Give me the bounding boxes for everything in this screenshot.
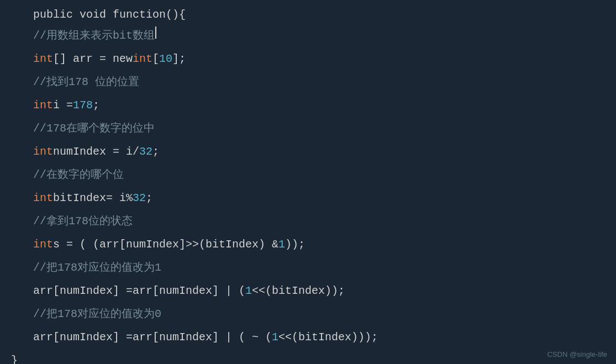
code-line-2: int[] arr = new int[10]; (0, 48, 616, 71)
code-line-9: //拿到178位的状态 (0, 210, 616, 233)
code-line-14: arr[numIndex] =arr[numIndex] | ( ~ (1<<(… (0, 326, 616, 349)
code-line-6: int numIndex = i/32; (0, 140, 616, 163)
code-line-7: //在数字的哪个位 (0, 163, 616, 187)
code-line-5: //178在哪个数字的位中 (0, 117, 616, 140)
code-text-2c: ]; (172, 49, 186, 70)
top-partial-text: public void function(){ (33, 7, 186, 23)
code-text-6a: numIndex = i/ (53, 141, 139, 162)
keyword-int-4: int (33, 141, 53, 162)
code-line-3: //找到178 位的位置 (0, 71, 616, 94)
code-line-10: int s = ( (arr[numIndex]>>(bitIndex) & 1… (0, 233, 616, 256)
number-1a: 1 (278, 234, 285, 255)
number-1c: 1 (272, 327, 278, 348)
code-text-8a: bitIndex= i% (53, 188, 133, 209)
code-line-12: arr[numIndex] =arr[numIndex] | (1<<(bitI… (0, 279, 616, 303)
comment-text-3: //找到178 位的位置 (33, 72, 139, 93)
number-1b: 1 (245, 281, 252, 302)
comment-text-13: //把178对应位的值改为0 (33, 304, 161, 325)
number-32a: 32 (139, 141, 152, 162)
code-text-4a: i = (53, 95, 73, 116)
keyword-int-1: int (33, 49, 53, 70)
code-text-6b: ; (152, 141, 159, 162)
comment-text-5: //178在哪个数字的位中 (33, 118, 155, 139)
keyword-int-3: int (33, 95, 53, 116)
code-text-14a: arr[numIndex] =arr[numIndex] | ( ~ ( (33, 327, 272, 348)
code-text-2b: [ (152, 49, 159, 70)
number-32b: 32 (133, 188, 146, 209)
code-line-1: //用数组来表示bit数组 (0, 24, 616, 48)
text-cursor (155, 27, 156, 39)
number-178: 178 (73, 95, 93, 116)
keyword-int-6: int (33, 234, 53, 255)
code-line-4: int i = 178; (0, 94, 616, 117)
keyword-int-2: int (133, 49, 152, 70)
code-line-8: int bitIndex= i%32; (0, 187, 616, 210)
comment-text-1: //用数组来表示bit数组 (33, 25, 155, 46)
comment-text-7: //在数字的哪个位 (33, 165, 124, 186)
closing-brace: } (0, 349, 616, 364)
code-text-12a: arr[numIndex] =arr[numIndex] | ( (33, 281, 245, 302)
code-line-top: public void function(){ (0, 6, 616, 24)
code-text-14b: <<(bitIndex))); (278, 327, 378, 348)
keyword-int-5: int (33, 188, 53, 209)
code-text-8b: ; (146, 188, 152, 209)
code-text-4b: ; (93, 95, 99, 116)
watermark-text: CSDN @single-life (547, 350, 607, 358)
code-text-12b: <<(bitIndex)); (252, 281, 345, 302)
code-editor: public void function(){ //用数组来表示bit数组 in… (0, 0, 616, 364)
brace-text: } (11, 350, 18, 364)
watermark: CSDN @single-life (547, 350, 607, 358)
code-line-13: //把178对应位的值改为0 (0, 303, 616, 326)
comment-text-9: //拿到178位的状态 (33, 211, 133, 232)
code-text-2a: [] arr = new (53, 49, 133, 70)
code-text-10a: s = ( (arr[numIndex]>>(bitIndex) & (53, 234, 278, 255)
number-10: 10 (159, 49, 172, 70)
code-text-10b: )); (285, 234, 305, 255)
comment-text-11: //把178对应位的值改为1 (33, 257, 161, 278)
code-line-11: //把178对应位的值改为1 (0, 256, 616, 279)
